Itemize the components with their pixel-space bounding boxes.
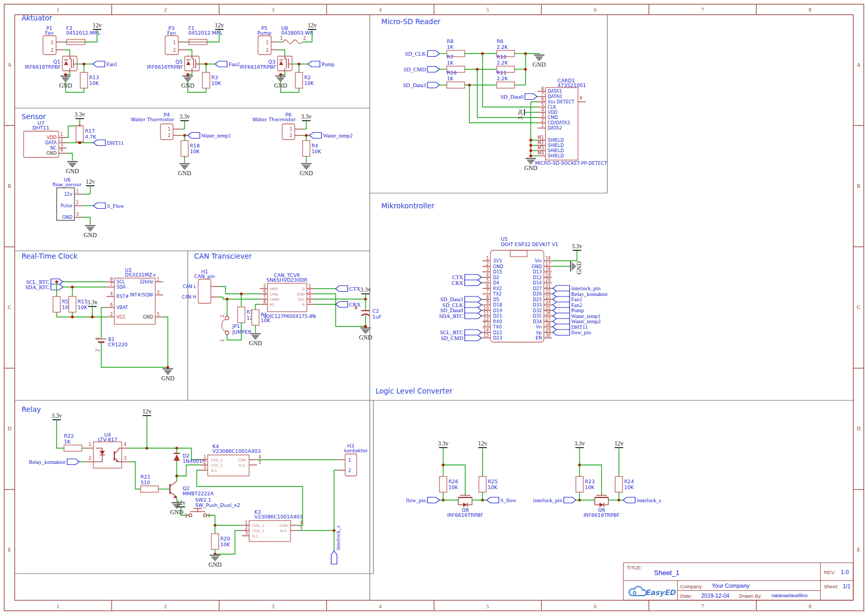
net-flag-Water_temp2[interactable]	[553, 319, 570, 324]
ruler-column-4: 4	[379, 7, 382, 13]
ruler-column-6: 6	[594, 7, 596, 13]
net-label-CTX: CTX	[452, 274, 463, 280]
net-flag-Pump[interactable]	[553, 308, 570, 313]
net-label-SD_Data0: SD_Data0	[500, 94, 523, 100]
resistor-R17[interactable]	[76, 126, 83, 142]
net-flag-CTX[interactable]	[465, 274, 481, 280]
net-flag-interlock_pin[interactable]	[553, 285, 570, 291]
net-flag-Fan2[interactable]	[215, 61, 227, 67]
company-value[interactable]: Your Company	[712, 582, 749, 589]
resistor-R25[interactable]	[479, 476, 486, 492]
sheet-value[interactable]: 1/1	[843, 583, 851, 589]
pin-name-SHIELD: SHIELD	[548, 153, 564, 158]
net-flag-Fan1[interactable]	[93, 61, 105, 67]
resistor-R18[interactable]	[181, 141, 188, 156]
value-Q5: IRF6616TRPBF	[147, 64, 183, 70]
connector-P1[interactable]	[43, 36, 56, 55]
resistor-R24[interactable]	[615, 476, 623, 492]
resistor-R2[interactable]	[295, 72, 303, 88]
connector-P3[interactable]	[165, 36, 178, 55]
pin-number: 4	[259, 455, 261, 460]
resistor-R21[interactable]	[141, 486, 158, 492]
resistor-R11[interactable]	[497, 82, 515, 88]
diode-D2[interactable]	[174, 454, 180, 461]
net-flag-S_Flow[interactable]	[93, 203, 105, 209]
fuse-U8[interactable]	[283, 40, 303, 44]
resistor-R16[interactable]	[447, 82, 465, 88]
schematic-canvas[interactable]: 1122334455667788AABBCCDDEEP1Fan12F304520…	[0, 0, 868, 615]
net-flag-SDA_RTC[interactable]	[465, 313, 481, 319]
drawn-by-label: Drawn By:	[739, 593, 762, 599]
resistor-R13[interactable]	[80, 72, 88, 88]
sheet-title[interactable]: Sheet_1	[654, 569, 679, 577]
value-F3: 0452012.MRL	[66, 30, 101, 36]
connector-P4[interactable]	[160, 124, 173, 140]
connector-P6[interactable]	[282, 124, 295, 140]
net-flag-interlock_pin[interactable]	[564, 497, 576, 503]
net-flag-Relay_kontaktor[interactable]	[67, 459, 79, 465]
pin-number: 21	[545, 284, 551, 289]
net-flag-interlock_s[interactable]	[331, 551, 337, 564]
pin-number: 9	[486, 300, 489, 305]
net-flag-SD_Data0[interactable]	[465, 308, 481, 313]
net-flag-SD_Data0[interactable]	[525, 94, 537, 100]
connector-H1[interactable]	[198, 279, 211, 303]
switch-SW2.1[interactable]	[189, 514, 192, 517]
net-flag-Fan2[interactable]	[553, 302, 570, 308]
resistor-R20[interactable]	[211, 534, 219, 549]
power-label-3.3v: 3.3v	[574, 440, 585, 447]
net-flag-CTX[interactable]	[336, 286, 348, 292]
net-flag-Fan1[interactable]	[553, 296, 570, 302]
resistor-R15[interactable]	[69, 296, 76, 312]
value-R24: 10K	[624, 484, 634, 490]
net-flag-flow_pin[interactable]	[553, 330, 570, 335]
resistor-R26[interactable]	[440, 476, 447, 492]
resistor-R23[interactable]	[576, 476, 583, 492]
net-flag-SCL_RTC[interactable]	[465, 330, 481, 335]
net-flag-Relay_kontaktor[interactable]	[553, 291, 570, 297]
net-flag-Water_temp2[interactable]	[309, 133, 322, 139]
net-flag-CRX[interactable]	[465, 280, 481, 286]
ref-R2: R2	[304, 75, 311, 80]
net-flag-SD_CMD[interactable]	[465, 335, 481, 341]
net-flag-SD_CLK[interactable]	[427, 51, 440, 57]
value-R23: 10K	[585, 484, 595, 490]
resistor-R3[interactable]	[202, 72, 210, 88]
resistor-R14[interactable]	[238, 307, 245, 323]
pin-number: 3	[203, 465, 206, 470]
value-Q8: IRF6616TRPBF	[447, 512, 483, 518]
gnd-label: GND	[59, 82, 72, 89]
resistor-R22[interactable]	[64, 445, 82, 451]
drawn-by-value[interactable]: natanaelavellino	[771, 592, 808, 598]
pin-name-GND: GND	[62, 215, 73, 220]
ic-U4[interactable]	[93, 442, 122, 468]
date-value[interactable]: 2019-12-04	[701, 592, 730, 599]
switch-SW2.1[interactable]	[203, 514, 207, 517]
pin-name-COIL_2: COIL_2	[252, 529, 264, 533]
net-flag-interlock_s[interactable]	[623, 497, 635, 503]
net-flag-SD_CMD[interactable]	[427, 67, 440, 72]
resistor-R4[interactable]	[303, 141, 310, 156]
resistor-R5[interactable]	[53, 296, 60, 312]
rev-value[interactable]: 1.0	[841, 569, 849, 575]
connector-P5[interactable]	[258, 36, 271, 55]
jumper-JP1[interactable]	[226, 316, 229, 320]
net-flag-SD_Data3[interactable]	[427, 82, 440, 88]
ruler-column-5: 5	[486, 7, 489, 13]
pin-number: 1	[168, 127, 170, 132]
net-flag-Water_temp1[interactable]	[188, 133, 200, 139]
pin-name-D: D	[302, 287, 305, 291]
ref-R1: R1	[261, 312, 267, 317]
net-flag-DHT11[interactable]	[553, 324, 570, 330]
resistor-R1[interactable]	[252, 310, 259, 325]
net-flag-S_flow[interactable]	[487, 497, 499, 503]
net-flag-SD_Data3[interactable]	[465, 296, 481, 302]
value-K4: V23086C1001A403	[212, 448, 261, 454]
net-flag-flow_pin[interactable]	[427, 497, 440, 503]
net-flag-DHT11[interactable]	[93, 140, 105, 146]
net-flag-CRX[interactable]	[336, 302, 348, 308]
jumper-JP1[interactable]	[226, 331, 229, 335]
net-flag-Water_temp1[interactable]	[553, 313, 570, 319]
net-flag-SD_CLK[interactable]	[465, 302, 481, 308]
net-flag-Pump[interactable]	[308, 61, 320, 67]
